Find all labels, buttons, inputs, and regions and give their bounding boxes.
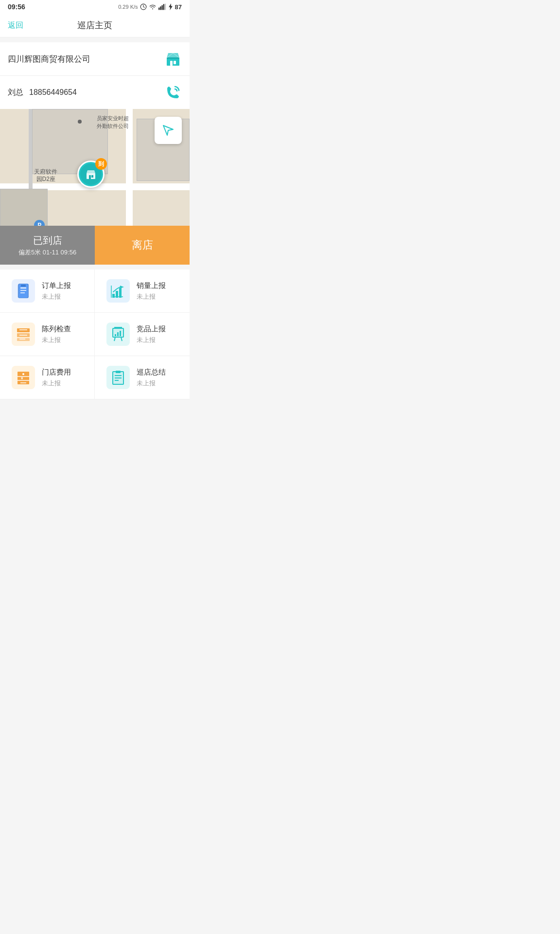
svg-point-52 (22, 373, 24, 375)
svg-rect-3 (161, 5, 162, 10)
status-time: 09:56 (8, 3, 25, 11)
battery-level: 87 (175, 3, 182, 11)
arrived-main-label: 已到店 (33, 234, 62, 247)
svg-rect-28 (112, 294, 115, 298)
wifi-icon (149, 3, 157, 10)
store-icon[interactable] (164, 50, 182, 68)
func-item-display[interactable]: 陈列检查 未上报 (0, 313, 95, 356)
sales-icon-svg (110, 283, 126, 299)
company-name: 四川辉图商贸有限公司 (8, 54, 90, 65)
svg-rect-14 (91, 175, 93, 178)
map-dot (78, 120, 82, 124)
sales-icon (106, 279, 130, 303)
status-bar: 09:56 0.29 K/s 87 (0, 0, 190, 14)
page-title: 巡店主页 (77, 19, 112, 31)
order-icon (12, 279, 35, 303)
back-button[interactable]: 返回 (8, 20, 23, 31)
nav-bar: 返回 巡店主页 (0, 14, 190, 37)
status-icons: 0.29 K/s 87 (118, 3, 182, 11)
cost-title: 门店费用 (42, 368, 71, 377)
svg-rect-27 (21, 285, 26, 287)
svg-rect-46 (115, 334, 116, 336)
sales-status: 未上报 (137, 292, 166, 301)
summary-text: 巡店总结 未上报 (137, 368, 166, 388)
phone-icon-svg (165, 85, 181, 100)
competitor-icon-svg (110, 326, 126, 342)
svg-marker-33 (120, 286, 124, 288)
contact-info: 刘总 18856449654 (8, 88, 77, 98)
contact-row: 刘总 18856449654 (0, 76, 190, 109)
map-container: 员家安业时超 外勤软件公司 天府软件园D2座 天府软件园D区 P (0, 109, 190, 265)
cost-text: 门店费用 未上报 (42, 368, 71, 388)
company-info-section: 四川辉图商贸有限公司 刘总 18856449654 (0, 42, 190, 109)
display-title: 陈列检查 (42, 324, 71, 334)
pin-outer: 到 (77, 161, 105, 188)
svg-rect-6 (167, 58, 179, 66)
leave-button[interactable]: 离店 (95, 226, 190, 265)
map-label-software: 外勤软件公司 (97, 123, 129, 130)
clock-icon (140, 3, 147, 10)
competitor-text: 竞品上报 未上报 (137, 324, 166, 344)
sales-text: 销量上报 未上报 (137, 281, 166, 301)
func-item-summary[interactable]: 巡店总结 未上报 (95, 356, 190, 399)
svg-rect-47 (117, 332, 119, 336)
cost-status: 未上报 (42, 379, 71, 388)
display-text: 陈列检查 未上报 (42, 324, 71, 344)
func-item-sales[interactable]: 销量上报 未上报 (95, 269, 190, 313)
navigate-button[interactable] (155, 117, 182, 144)
competitor-title: 竞品上报 (137, 324, 166, 334)
contact-phone: 18856449654 (29, 88, 77, 97)
cost-icon-svg: ¥ (16, 370, 31, 385)
order-text: 订单上报 未上报 (42, 281, 71, 301)
sales-title: 销量上报 (137, 281, 166, 290)
company-row: 四川辉图商贸有限公司 (0, 42, 190, 76)
display-icon-svg (16, 326, 31, 342)
svg-rect-13 (89, 175, 91, 179)
summary-status: 未上报 (137, 379, 166, 388)
arrived-sub-label: 偏差5米 01-11 09:56 (18, 248, 76, 257)
arrived-button: 已到店 偏差5米 01-11 09:56 (0, 226, 95, 265)
svg-rect-7 (170, 61, 173, 66)
charging-icon (168, 3, 173, 10)
shop-icon-svg (165, 51, 181, 67)
func-item-cost[interactable]: ¥ 门店费用 未上报 (0, 356, 95, 399)
svg-rect-36 (17, 338, 30, 341)
order-title: 订单上报 (42, 281, 71, 290)
action-row: 已到店 偏差5米 01-11 09:56 离店 (0, 226, 190, 265)
order-status: 未上报 (42, 292, 71, 301)
arrive-label: 到 (95, 158, 107, 170)
signal-icon (158, 3, 166, 10)
display-icon (12, 323, 35, 346)
svg-rect-30 (119, 288, 122, 298)
svg-line-44 (114, 337, 115, 341)
svg-rect-9 (167, 57, 179, 59)
svg-rect-8 (174, 61, 176, 64)
phone-call-icon[interactable] (164, 84, 182, 101)
location-pin: 到 (77, 161, 105, 188)
summary-icon (106, 366, 130, 389)
cost-icon: ¥ (12, 366, 35, 389)
store-pin-icon (85, 168, 97, 180)
map-label-tianfu: 天府软件园D2座 (34, 168, 57, 183)
map-label-waiqin: 员家安业时超 (97, 115, 129, 122)
svg-rect-48 (120, 331, 121, 336)
svg-marker-15 (163, 126, 173, 135)
order-icon-svg (16, 283, 31, 299)
svg-rect-2 (160, 6, 161, 10)
summary-icon-svg (110, 370, 126, 385)
network-speed: 0.29 K/s (118, 4, 138, 10)
func-item-order[interactable]: 订单上报 未上报 (0, 269, 95, 313)
display-status: 未上报 (42, 336, 71, 344)
contact-name: 刘总 (8, 88, 23, 98)
svg-rect-60 (116, 371, 121, 373)
function-grid: 订单上报 未上报 销量上报 未上报 (0, 269, 190, 399)
svg-text:¥: ¥ (21, 376, 23, 380)
competitor-icon (106, 323, 130, 346)
func-item-competitor[interactable]: 竞品上报 未上报 (95, 313, 190, 356)
summary-title: 巡店总结 (137, 368, 166, 377)
svg-rect-1 (158, 8, 159, 10)
svg-line-45 (121, 337, 122, 341)
competitor-status: 未上报 (137, 336, 166, 344)
svg-rect-34 (17, 328, 30, 332)
svg-rect-5 (164, 4, 165, 10)
